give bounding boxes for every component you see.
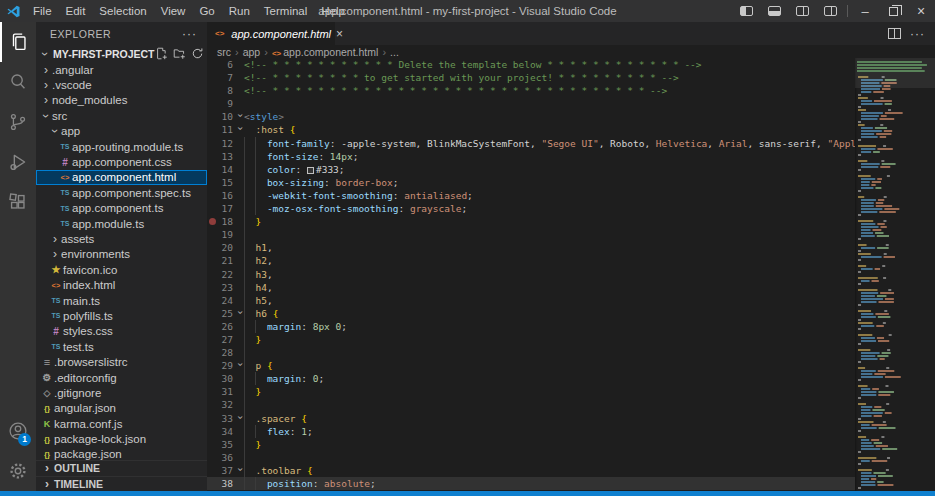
code-line-26[interactable]: 26 margin: 8px 0; — [207, 320, 855, 333]
activitybar-accounts-icon[interactable]: 1 — [0, 411, 36, 451]
tree-file-favicon-ico[interactable]: ★favicon.ico — [36, 262, 207, 277]
toggle-panel-icon[interactable] — [760, 0, 788, 22]
activitybar-settings-icon[interactable] — [0, 451, 36, 491]
tree-file-index-html[interactable]: <>index.html — [36, 277, 207, 292]
tree-file-app-component-css[interactable]: #app.component.css — [36, 154, 207, 169]
editor-group: <> app.component.html × ··· src›app›<>ap… — [207, 22, 935, 491]
tree-file-styles-css[interactable]: #styles.css — [36, 324, 207, 339]
breadcrumb-item[interactable]: ... — [390, 46, 399, 58]
code-line-33[interactable]: 33› .spacer { — [207, 412, 855, 425]
new-folder-icon[interactable] — [173, 47, 186, 60]
tree-file--gitignore[interactable]: ◇.gitignore — [36, 385, 207, 400]
code-line-6[interactable]: 6<!-- * * * * * * * * * * * Delete the t… — [207, 58, 855, 71]
breadcrumb-item[interactable]: app — [243, 46, 261, 58]
tree-file-app-module-ts[interactable]: TSapp.module.ts — [36, 216, 207, 231]
tree-file-package-json[interactable]: {}package.json — [36, 447, 207, 460]
code-line-38[interactable]: 38 position: absolute; — [207, 477, 855, 490]
code-line-9[interactable]: 9 — [207, 97, 855, 110]
menu-terminal[interactable]: Terminal — [257, 0, 314, 22]
code-line-15[interactable]: 15 box-sizing: border-box; — [207, 176, 855, 189]
code-line-30[interactable]: 30 margin: 0; — [207, 372, 855, 385]
breadcrumb-item[interactable]: src — [217, 46, 231, 58]
code-line-19[interactable]: 19 — [207, 228, 855, 241]
menu-view[interactable]: View — [154, 0, 193, 22]
new-file-icon[interactable] — [155, 47, 168, 60]
color-swatch[interactable] — [307, 167, 314, 174]
code-line-37[interactable]: 37› .toolbar { — [207, 464, 855, 477]
activitybar-extensions-icon[interactable] — [0, 182, 36, 222]
minimize-button[interactable]: – — [851, 0, 879, 22]
tree-file-app-component-ts[interactable]: TSapp.component.ts — [36, 201, 207, 216]
tree-file-angular-json[interactable]: {}angular.json — [36, 401, 207, 416]
code-line-8[interactable]: 8<!-- * * * * * * * * * * * * * * * * * … — [207, 84, 855, 97]
code-line-34[interactable]: 34 flex: 1; — [207, 425, 855, 438]
code-line-16[interactable]: 16 -webkit-font-smoothing: antialiased; — [207, 189, 855, 202]
section-timeline[interactable]: ›TIMELINE — [36, 476, 207, 492]
tree-file-karma-conf-js[interactable]: Kkarma.conf.js — [36, 416, 207, 431]
tree-folder-node-modules[interactable]: ›node_modules — [36, 93, 207, 108]
menu-run[interactable]: Run — [222, 0, 257, 22]
customize-layout-icon[interactable] — [816, 0, 844, 22]
tree-folder-assets[interactable]: ›assets — [36, 231, 207, 246]
tab-app-component-html[interactable]: <> app.component.html × — [207, 22, 335, 45]
tree-file-test-ts[interactable]: TStest.ts — [36, 339, 207, 354]
tree-folder-app[interactable]: ›app — [36, 124, 207, 139]
code-line-17[interactable]: 17 -moz-osx-font-smoothing: grayscale; — [207, 202, 855, 215]
minimap[interactable] — [855, 58, 935, 491]
tree-file--editorconfig[interactable]: ⚙.editorconfig — [36, 370, 207, 385]
code-line-24[interactable]: 24 h5, — [207, 294, 855, 307]
tree-file--browserslistrc[interactable]: ≡.browserslistrc — [36, 354, 207, 369]
activitybar-run-debug-icon[interactable] — [0, 142, 36, 182]
toggle-sidebar-icon[interactable] — [732, 0, 760, 22]
code-line-36[interactable]: 36 — [207, 451, 855, 464]
toggle-secondary-sidebar-icon[interactable] — [788, 0, 816, 22]
code-line-13[interactable]: 13 font-size: 14px; — [207, 150, 855, 163]
code-line-14[interactable]: 14 color: #333; — [207, 163, 855, 176]
code-line-21[interactable]: 21 h2, — [207, 254, 855, 267]
split-editor-icon[interactable] — [888, 28, 901, 39]
menu-go[interactable]: Go — [192, 0, 221, 22]
code-line-22[interactable]: 22 h3, — [207, 268, 855, 281]
restore-button[interactable] — [879, 0, 907, 22]
code-line-29[interactable]: 29› p { — [207, 359, 855, 372]
code-line-28[interactable]: 28 — [207, 346, 855, 359]
code-line-27[interactable]: 27 } — [207, 333, 855, 346]
project-section-header[interactable]: › MY-FIRST-PROJECT — [36, 45, 207, 62]
tree-file-app-component-html[interactable]: <>app.component.html — [36, 170, 207, 185]
tree-folder-src[interactable]: ›src — [36, 108, 207, 123]
menu-help[interactable]: Help — [314, 0, 352, 22]
activitybar-source-control-icon[interactable] — [0, 102, 36, 142]
code-line-12[interactable]: 12 font-family: -apple-system, BlinkMacS… — [207, 137, 855, 150]
code-line-20[interactable]: 20 h1, — [207, 241, 855, 254]
code-line-7[interactable]: 7<!-- * * * * * * * * to get started wit… — [207, 71, 855, 84]
code-line-35[interactable]: 35 } — [207, 438, 855, 451]
code-line-10[interactable]: 10›<style> — [207, 110, 855, 123]
tree-file-app-routing-module-ts[interactable]: TSapp-routing.module.ts — [36, 139, 207, 154]
activitybar-explorer-icon[interactable] — [0, 22, 36, 62]
explorer-more-actions-icon[interactable]: ··· — [182, 27, 197, 41]
menu-edit[interactable]: Edit — [59, 0, 93, 22]
tree-file-polyfills-ts[interactable]: TSpolyfills.ts — [36, 308, 207, 323]
breadcrumb-item[interactable]: <>app.component.html — [272, 46, 379, 58]
close-button[interactable]: × — [907, 0, 935, 22]
tree-file-package-lock-json[interactable]: {}package-lock.json — [36, 431, 207, 446]
activitybar-search-icon[interactable] — [0, 62, 36, 102]
tab-close-icon[interactable]: × — [336, 27, 343, 41]
menu-file[interactable]: File — [26, 0, 59, 22]
section-outline[interactable]: ›OUTLINE — [36, 460, 207, 476]
tree-file-app-component-spec-ts[interactable]: TSapp.component.spec.ts — [36, 185, 207, 200]
code-line-31[interactable]: 31 } — [207, 385, 855, 398]
tree-folder-environments[interactable]: ›environments — [36, 247, 207, 262]
code-line-11[interactable]: 11› :host { — [207, 123, 855, 136]
code-editor[interactable]: 6<!-- * * * * * * * * * * * Delete the t… — [207, 58, 855, 491]
code-line-23[interactable]: 23 h4, — [207, 281, 855, 294]
refresh-icon[interactable] — [191, 47, 204, 60]
editor-more-actions-icon[interactable]: ··· — [910, 27, 925, 41]
code-line-18[interactable]: 18 } — [207, 215, 855, 228]
code-line-25[interactable]: 25› h6 { — [207, 307, 855, 320]
menu-selection[interactable]: Selection — [92, 0, 153, 22]
tree-folder--vscode[interactable]: ›.vscode — [36, 77, 207, 92]
tree-file-main-ts[interactable]: TSmain.ts — [36, 293, 207, 308]
tree-folder--angular[interactable]: ›.angular — [36, 62, 207, 77]
code-line-32[interactable]: 32 — [207, 398, 855, 411]
